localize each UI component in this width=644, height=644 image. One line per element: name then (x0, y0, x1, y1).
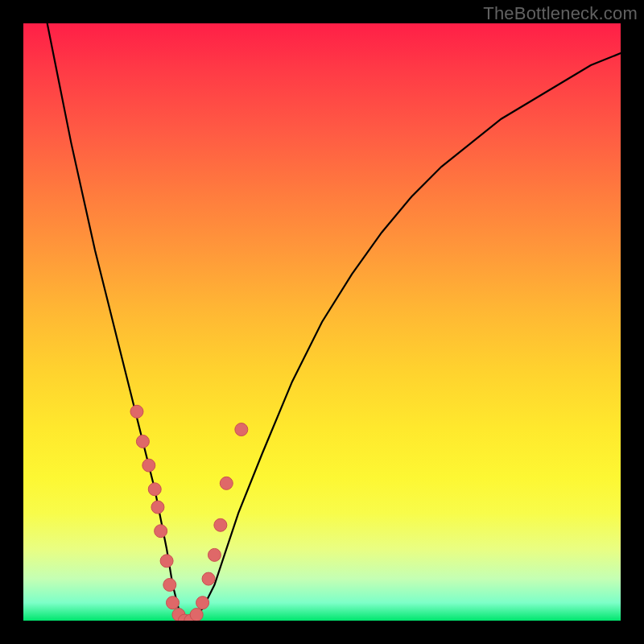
data-marker (136, 435, 149, 448)
data-marker (214, 518, 227, 531)
data-marker (220, 477, 233, 489)
data-marker (202, 572, 215, 585)
data-marker (190, 609, 203, 621)
plot-area (23, 23, 621, 621)
data-marker (235, 423, 248, 436)
bottleneck-curve (47, 23, 621, 621)
data-marker (151, 501, 164, 514)
data-marker (160, 555, 173, 568)
marker-group (130, 405, 248, 621)
data-marker (163, 578, 176, 591)
watermark-text: TheBottleneck.com (483, 3, 638, 24)
data-marker (208, 548, 221, 561)
data-marker (196, 597, 209, 609)
data-marker (142, 459, 155, 472)
chart-svg (23, 23, 621, 621)
data-marker (148, 483, 161, 496)
data-marker (130, 405, 143, 418)
data-marker (167, 597, 180, 609)
data-marker (155, 525, 167, 538)
